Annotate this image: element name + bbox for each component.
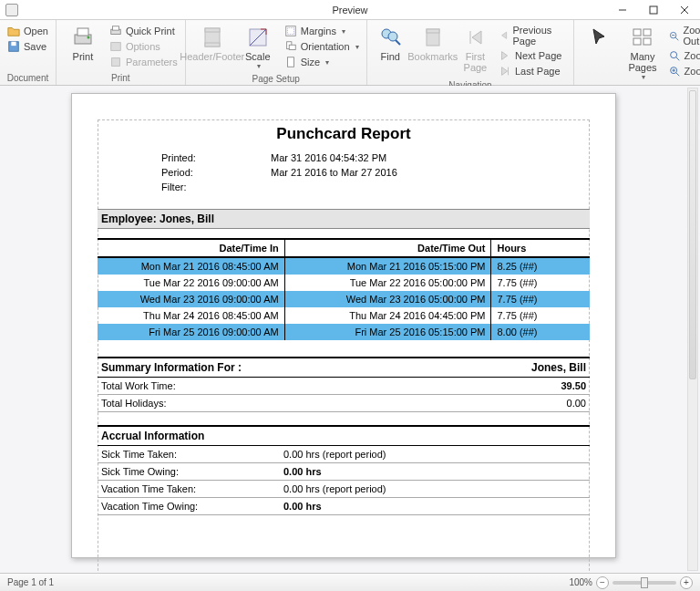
- summary-head-label: Summary Information For :: [101, 361, 242, 374]
- zoom-slider-track[interactable]: [612, 581, 676, 585]
- find-button[interactable]: Find: [373, 24, 408, 64]
- zoom-in-button[interactable]: Zoom In: [666, 64, 700, 78]
- next-page-label: Next Page: [515, 50, 561, 61]
- previous-page-button[interactable]: Previous Page: [497, 24, 568, 47]
- next-page-button[interactable]: Next Page: [497, 48, 568, 63]
- ribbon-group-navigation: Find Bookmarks First Page Previous Page …: [367, 20, 575, 85]
- zoom-out-button[interactable]: Zoom Out: [666, 24, 700, 47]
- report-page: Punchcard Report Printed:Mar 31 2016 04:…: [71, 93, 616, 558]
- zoom-button[interactable]: Zoom▾: [666, 48, 700, 63]
- many-pages-icon: [631, 26, 654, 49]
- caret-icon: ▾: [257, 62, 261, 70]
- parameters-button[interactable]: Parameters: [108, 55, 180, 69]
- svg-rect-14: [205, 28, 220, 32]
- maximize-button[interactable]: [638, 0, 669, 20]
- pointer-icon: [588, 26, 612, 49]
- meta-period-key: Period:: [161, 167, 216, 178]
- scrollbar-thumb[interactable]: [689, 90, 696, 379]
- cell-in: Fri Mar 25 2016 09:00:00 AM: [98, 324, 284, 340]
- window-controls: [607, 0, 700, 20]
- svg-line-35: [675, 57, 679, 61]
- svg-point-8: [87, 36, 89, 39]
- report: Punchcard Report Printed:Mar 31 2016 04:…: [98, 125, 590, 515]
- parameters-icon: [109, 56, 122, 68]
- svg-rect-28: [643, 29, 651, 36]
- many-pages-button[interactable]: Many Pages▾: [623, 24, 662, 83]
- open-button[interactable]: Open: [5, 24, 50, 38]
- bookmarks-icon: [421, 26, 445, 49]
- accrual-stt-value: 0.00 hrs (report period): [283, 449, 386, 460]
- svg-rect-1: [650, 6, 657, 14]
- titlebar: Preview: [0, 0, 700, 20]
- many-pages-label: Many Pages: [624, 51, 660, 73]
- pointer-button[interactable]: [580, 24, 619, 64]
- options-button[interactable]: Options: [108, 39, 180, 54]
- cell-out: Tue Mar 22 2016 05:00:00 PM: [284, 275, 491, 291]
- zoom-plus-button[interactable]: +: [680, 576, 693, 589]
- orientation-button[interactable]: Orientation▾: [283, 39, 361, 54]
- zoom-slider-handle[interactable]: [641, 577, 648, 588]
- scale-button[interactable]: Scale▾: [237, 24, 279, 72]
- zoom-minus-button[interactable]: −: [596, 576, 609, 589]
- ribbon-group-pagesetup: Header/Footer Scale▾ Margins▾ Orientatio…: [186, 20, 367, 85]
- accrual-head: Accrual Information: [98, 425, 590, 446]
- svg-rect-10: [112, 26, 118, 30]
- last-page-icon: [499, 65, 511, 78]
- table-row: Thu Mar 24 2016 08:45:00 AMThu Mar 24 20…: [98, 307, 590, 324]
- svg-rect-26: [427, 29, 439, 33]
- svg-point-34: [670, 52, 676, 58]
- header-footer-button[interactable]: Header/Footer: [191, 24, 233, 64]
- col-hours: Hours: [491, 239, 590, 257]
- summary-hol-key: Total Holidays:: [101, 398, 167, 409]
- svg-rect-7: [77, 28, 88, 36]
- cell-out: Fri Mar 25 2016 05:15:00 PM: [284, 324, 491, 340]
- caret-icon: ▾: [342, 27, 345, 36]
- next-page-icon: [499, 49, 511, 62]
- vertical-scrollbar[interactable]: [687, 88, 698, 571]
- window-title: Preview: [332, 5, 367, 16]
- accrual-vto-key: Vacation Time Owing:: [101, 501, 283, 512]
- meta-printed-value: Mar 31 2016 04:54:32 PM: [271, 152, 386, 163]
- print-button[interactable]: Print: [62, 24, 104, 64]
- header-footer-label: Header/Footer: [180, 51, 244, 62]
- table-row: Tue Mar 22 2016 09:00:00 AMTue Mar 22 20…: [98, 275, 590, 291]
- ribbon-group-document: Open Save Document: [0, 20, 57, 85]
- minimize-button[interactable]: [607, 0, 638, 20]
- summary-hol-value: 0.00: [567, 398, 586, 409]
- scale-icon: [246, 26, 270, 49]
- summary-work-value: 39.50: [561, 380, 586, 391]
- app-icon: [5, 4, 18, 16]
- table-row: Wed Mar 23 2016 09:00:00 AMWed Mar 23 20…: [98, 291, 590, 307]
- save-button[interactable]: Save: [5, 39, 50, 54]
- open-icon: [7, 25, 20, 37]
- meta-filter-key: Filter:: [161, 181, 216, 192]
- find-icon: [378, 26, 402, 49]
- cell-in: Thu Mar 24 2016 08:45:00 AM: [98, 307, 284, 324]
- svg-rect-11: [111, 43, 121, 51]
- margins-button[interactable]: Margins▾: [283, 24, 361, 38]
- employee-bar: Employee: Jones, Bill: [98, 209, 590, 229]
- size-button[interactable]: Size▾: [283, 55, 361, 69]
- col-in: Date/Time In: [98, 239, 284, 257]
- save-label: Save: [24, 41, 46, 52]
- svg-line-33: [675, 37, 678, 40]
- print-label: Print: [73, 51, 94, 62]
- accrual-vto-value: 0.00 hrs: [283, 501, 322, 512]
- accrual-sto-key: Sick Time Owing:: [101, 466, 283, 477]
- summary-work-key: Total Work Time:: [101, 380, 176, 391]
- ribbon-group-zoom: Many Pages▾ Zoom Out Zoom▾ Zoom In Zoom: [574, 20, 700, 85]
- workspace: Punchcard Report Printed:Mar 31 2016 04:…: [0, 86, 700, 573]
- first-page-button[interactable]: First Page: [458, 24, 493, 75]
- bookmarks-button[interactable]: Bookmarks: [412, 24, 454, 64]
- table-row: Mon Mar 21 2016 08:45:00 AMMon Mar 21 20…: [98, 257, 590, 275]
- parameters-label: Parameters: [126, 57, 178, 67]
- status-zoom: 100%: [569, 577, 592, 587]
- zoom-out-icon: [668, 29, 680, 42]
- quick-print-icon: [109, 25, 122, 37]
- orientation-icon: [284, 40, 297, 53]
- first-page-label: First Page: [459, 51, 491, 73]
- quick-print-button[interactable]: Quick Print: [108, 24, 180, 38]
- last-page-button[interactable]: Last Page: [497, 64, 568, 78]
- close-button[interactable]: [669, 0, 700, 20]
- cell-hours: 7.75 (##): [491, 291, 590, 307]
